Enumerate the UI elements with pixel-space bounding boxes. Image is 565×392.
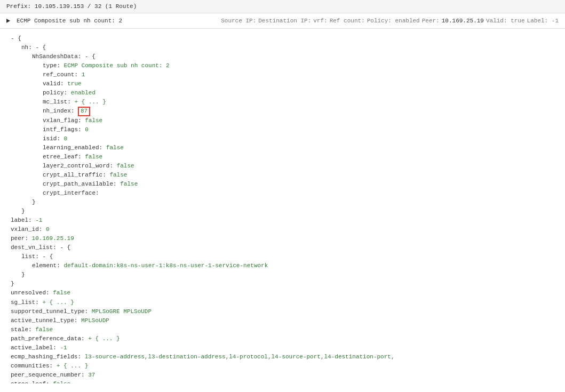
code-key: label: bbox=[11, 217, 35, 223]
code-line: NhSandeshData: - { bbox=[11, 52, 554, 61]
code-value: 10.169.25.19 bbox=[32, 235, 74, 242]
code-line: etree_leaf: false bbox=[11, 153, 554, 162]
code-line: policy: enabled bbox=[11, 89, 554, 98]
code-key: NhSandeshData: - { bbox=[32, 53, 96, 60]
code-key: vxlan_flag: bbox=[43, 117, 85, 124]
code-key: vxlan_id: bbox=[11, 226, 46, 233]
code-line: nh: - { bbox=[11, 43, 554, 52]
code-line: sg_list: + { ... } bbox=[11, 298, 554, 307]
code-value: default-domain:k8s-ns-user-1:k8s-ns-user… bbox=[63, 262, 268, 269]
code-key: etree_leaf: bbox=[43, 154, 85, 160]
code-key: - { bbox=[11, 35, 21, 42]
code-line: active_tunnel_type: MPLSoUDP bbox=[11, 316, 554, 325]
code-line: element: default-domain:k8s-ns-user-1:k8… bbox=[11, 261, 554, 270]
code-value: false bbox=[117, 163, 134, 169]
code-value: 87 bbox=[81, 108, 87, 114]
header-bar: Prefix: 10.105.139.153 / 32 (1 Route) bbox=[0, 0, 565, 13]
destination-ip-label: Destination IP: bbox=[258, 18, 311, 24]
prefix-info: Prefix: 10.105.139.153 / 32 (1 Route) bbox=[6, 3, 137, 10]
code-key: list: - { bbox=[21, 253, 53, 260]
code-key: nh: - { bbox=[21, 44, 46, 51]
code-key: } bbox=[21, 208, 25, 214]
code-block: - {nh: - {NhSandeshData: - {type: ECMP C… bbox=[11, 34, 554, 383]
code-line: type: ECMP Composite sub nh count: 2 bbox=[11, 61, 554, 70]
code-key: dest_vn_list: - { bbox=[11, 244, 70, 251]
code-line: crypt_interface: bbox=[11, 189, 554, 198]
code-key: active_label: bbox=[11, 345, 60, 351]
code-value: MPLSoUDP bbox=[81, 317, 109, 324]
code-value: false bbox=[109, 172, 127, 178]
peer-value: 10.169.25.19 bbox=[442, 18, 484, 24]
top-bar: ECMP Composite sub nh count: 2 Source IP… bbox=[0, 13, 565, 29]
code-value: -1 bbox=[35, 217, 42, 223]
meta-bar: Source IP: Destination IP: vrf: Ref coun… bbox=[221, 18, 559, 24]
code-line: isid: 0 bbox=[11, 134, 554, 143]
code-value: enabled bbox=[71, 90, 96, 96]
code-line: ref_count: 1 bbox=[11, 70, 554, 79]
code-line: supported_tunnel_type: MPLSoGRE MPLSoUDP bbox=[11, 307, 554, 316]
policy-label: Policy: enabled bbox=[367, 18, 420, 24]
code-value: 0 bbox=[46, 226, 50, 233]
code-key: learning_enabled: bbox=[43, 145, 106, 151]
code-line: learning_enabled: false bbox=[11, 143, 554, 153]
code-key: supported_tunnel_type: bbox=[11, 308, 92, 315]
code-key: type: bbox=[43, 62, 64, 69]
code-line: crypt_all_traffic: false bbox=[11, 171, 554, 180]
code-value: ECMP Composite sub nh count: 2 bbox=[64, 62, 170, 69]
code-key: mc_list: bbox=[43, 99, 74, 105]
code-key: stale: bbox=[11, 326, 35, 333]
code-value: false bbox=[35, 326, 53, 333]
code-key: } bbox=[32, 199, 36, 205]
code-value: MPLSoGRE MPLSoUDP bbox=[92, 308, 152, 315]
code-value: + { ... } bbox=[88, 335, 120, 342]
code-key: } bbox=[11, 281, 14, 287]
code-line: - { bbox=[11, 34, 554, 43]
code-value: true bbox=[67, 81, 81, 87]
code-line: unresolved: false bbox=[11, 289, 554, 298]
code-value: l3-source-address,l3-destination-address… bbox=[85, 354, 395, 360]
code-line: vxlan_flag: false bbox=[11, 116, 554, 125]
label-label: Label: -1 bbox=[527, 18, 559, 24]
code-line: vxlan_id: 0 bbox=[11, 225, 554, 234]
code-value: + { ... } bbox=[74, 99, 106, 105]
code-key: policy: bbox=[43, 90, 71, 96]
code-key: intf_flags: bbox=[43, 126, 85, 133]
code-line: path_preference_data: + { ... } bbox=[11, 334, 554, 343]
code-key: peer: bbox=[11, 235, 32, 242]
code-key: isid: bbox=[43, 135, 64, 142]
code-line: } bbox=[11, 198, 554, 207]
code-key: } bbox=[21, 271, 25, 278]
code-key: communities: bbox=[11, 363, 57, 369]
code-key: nh_index: bbox=[43, 108, 78, 114]
code-key: crypt_all_traffic: bbox=[43, 172, 109, 178]
code-value: 1 bbox=[82, 71, 85, 78]
triangle-expand-icon[interactable] bbox=[6, 19, 10, 23]
code-line: intf_flags: 0 bbox=[11, 125, 554, 134]
code-key: element: bbox=[32, 262, 63, 269]
code-key: etree_leaf: bbox=[11, 381, 53, 383]
code-line: peer_sequence_number: 37 bbox=[11, 371, 554, 380]
code-line: crypt_path_available: false bbox=[11, 180, 554, 189]
code-value: + { ... } bbox=[57, 363, 88, 369]
code-line: mc_list: + { ... } bbox=[11, 98, 554, 107]
code-line: } bbox=[11, 279, 554, 289]
source-ip-label: Source IP: bbox=[221, 18, 256, 24]
prefix-value: 10.105.139.153 / 32 (1 Route) bbox=[35, 3, 137, 10]
code-value: 0 bbox=[64, 135, 68, 142]
code-line: label: -1 bbox=[11, 216, 554, 225]
code-key: path_preference_data: bbox=[11, 335, 88, 342]
ref-count-label: Ref count: bbox=[330, 18, 365, 24]
code-key: layer2_control_word: bbox=[43, 163, 117, 169]
code-value: false bbox=[53, 381, 70, 383]
peer-label: Peer: bbox=[422, 18, 440, 24]
code-value: 0 bbox=[85, 126, 89, 133]
code-value: -1 bbox=[60, 345, 67, 351]
code-line: etree_leaf: false bbox=[11, 380, 554, 383]
code-value: 37 bbox=[88, 372, 95, 378]
code-line: peer: 10.169.25.19 bbox=[11, 234, 554, 243]
prefix-label: Prefix: bbox=[6, 3, 31, 10]
code-value: false bbox=[120, 181, 138, 187]
code-value: + { ... } bbox=[42, 299, 74, 306]
code-value: false bbox=[106, 145, 124, 151]
code-value: false bbox=[53, 290, 70, 296]
